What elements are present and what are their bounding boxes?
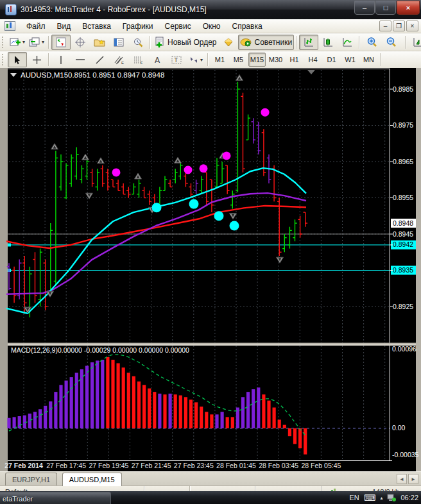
new-chart-button[interactable]: ▾ — [8, 35, 27, 50]
horizontal-line-button[interactable] — [71, 52, 90, 67]
crosshair-button[interactable] — [27, 52, 46, 67]
chart-tab-EURJPY,H1[interactable]: EURJPY,H1 — [5, 473, 57, 486]
macd-bar — [111, 360, 114, 428]
time-axis-label[interactable]: 27 Feb 23:45 — [174, 462, 214, 469]
navigator-button[interactable] — [90, 35, 109, 50]
text-label-button[interactable]: T — [167, 52, 186, 67]
macd-bar — [132, 376, 135, 428]
language-indicator[interactable]: EN — [349, 494, 359, 501]
panel-splitter[interactable] — [8, 343, 416, 346]
timeframe-button-M30[interactable]: M30 — [267, 53, 284, 67]
tab-scroll-left-icon[interactable]: ◄ — [397, 474, 407, 484]
macd-bar — [288, 428, 291, 436]
macd-bar — [117, 363, 120, 428]
macd-bar — [127, 373, 130, 428]
taskbar-clock[interactable]: 06:22 — [400, 494, 418, 501]
menu-item-Окно[interactable]: Окно — [197, 21, 227, 32]
macd-bar — [39, 409, 42, 428]
time-axis-label[interactable]: 27 Feb 19:45 — [89, 462, 128, 469]
vertical-line-button[interactable] — [51, 52, 71, 67]
macd-bar — [23, 416, 26, 428]
strategy-tester-button[interactable] — [128, 35, 148, 50]
menu-item-Сервис[interactable]: Сервис — [159, 21, 197, 32]
menu-item-Вид[interactable]: Вид — [51, 21, 77, 32]
cursor-button[interactable] — [8, 52, 27, 67]
mdi-minimize-button[interactable]: – — [379, 21, 391, 31]
window-title: 3014953: MetaTrader 4 - RoboForex - [AUD… — [21, 5, 207, 14]
line-chart-button[interactable] — [338, 35, 357, 50]
timeframe-button-H1[interactable]: H1 — [286, 53, 303, 67]
timeframe-button-D1[interactable]: D1 — [323, 53, 340, 67]
macd-bar — [33, 412, 37, 428]
profiles-button[interactable]: ▾ — [27, 35, 46, 50]
macd-bar — [169, 394, 172, 428]
timeframe-button-M15[interactable]: M15 — [248, 53, 266, 67]
macd-bar — [200, 407, 203, 428]
macd-bar — [142, 385, 146, 428]
chart-menu-icon[interactable] — [4, 21, 15, 31]
time-axis-label[interactable]: 27 Feb 21:45 — [132, 462, 171, 469]
menu-item-Файл[interactable]: Файл — [21, 21, 51, 32]
text-button[interactable]: A — [148, 52, 167, 67]
macd-bar — [54, 392, 57, 428]
macd-bar — [298, 428, 302, 448]
close-button[interactable]: × — [397, 1, 420, 15]
timeframe-button-M1[interactable]: M1 — [211, 53, 228, 67]
tray-network-icon[interactable] — [387, 494, 396, 501]
toolbar-grip[interactable] — [2, 37, 6, 48]
buy-signal-dot — [189, 199, 199, 209]
maximize-button[interactable]: □ — [375, 1, 396, 15]
timeframe-button-H4[interactable]: H4 — [304, 53, 322, 67]
bar-chart-button[interactable] — [299, 35, 318, 50]
tab-scroll-right-icon[interactable]: ► — [408, 474, 418, 484]
time-axis-label[interactable]: 28 Feb 01:45 — [216, 462, 256, 469]
menu-item-Вставка[interactable]: Вставка — [76, 21, 117, 32]
new-order-button[interactable]: Новый Ордер — [153, 35, 218, 50]
macd-bar — [96, 360, 99, 428]
macd-bar — [205, 412, 208, 428]
bid-price-box: 0.8948 — [393, 219, 413, 227]
zoom-in-button[interactable] — [362, 35, 381, 50]
indicators-button[interactable] — [408, 35, 421, 50]
expert-advisors-button[interactable]: Советники — [238, 35, 295, 50]
sell-signal-dot — [112, 168, 121, 176]
chart-tab-AUDUSD,M15[interactable]: AUDUSD,M15 — [62, 473, 122, 486]
price-tick-label: 0.8945 — [393, 230, 413, 238]
timeframe-button-W1[interactable]: W1 — [341, 53, 359, 67]
terminal-button[interactable] — [109, 35, 128, 50]
equidistant-channel-button[interactable]: E — [109, 52, 128, 67]
keyboard-icon[interactable]: ⌨ — [364, 493, 376, 503]
timeframe-button-M5[interactable]: M5 — [230, 53, 247, 67]
arrows-shapes-button[interactable]: ▾ — [186, 52, 205, 67]
chart-quote-values: 0.8951 0.8951 0.8947 0.8948 — [68, 71, 164, 79]
title-bar[interactable]: 3014953: MetaTrader 4 - RoboForex - [AUD… — [0, 0, 421, 19]
time-axis-label[interactable]: 27 Feb 2014 — [4, 462, 43, 469]
macd-indicator-values: 0.00000 -0.00029 0.00000 0.00000 0.00000 — [58, 346, 189, 354]
mdi-close-button[interactable]: × — [406, 21, 418, 31]
chart-canvas[interactable]: 0.89850.89750.89650.89550.89450.89250.89… — [0, 68, 421, 472]
time-axis-label[interactable]: 27 Feb 17:45 — [46, 462, 86, 469]
data-window-button[interactable] — [71, 35, 90, 50]
macd-bar — [80, 369, 83, 428]
minimize-button[interactable]: – — [354, 1, 375, 15]
trendline-button[interactable] — [90, 52, 109, 67]
taskbar-app-button[interactable]: etaTrader — [0, 492, 111, 504]
time-axis-label[interactable]: 28 Feb 03:45 — [259, 462, 298, 469]
tray-expand-icon[interactable]: ▴ — [380, 495, 382, 501]
toolbar-grip[interactable] — [2, 54, 6, 65]
macd-bar — [179, 396, 182, 428]
macd-bar — [122, 367, 125, 428]
market-watch-button[interactable] — [51, 35, 71, 50]
macd-bar — [106, 357, 109, 428]
metaeditor-button[interactable] — [219, 35, 238, 50]
fibonacci-button[interactable]: F — [128, 52, 148, 67]
menu-item-Справка[interactable]: Справка — [227, 21, 268, 32]
zoom-out-button[interactable] — [381, 35, 400, 50]
menu-item-Графики[interactable]: Графики — [117, 21, 159, 32]
candlestick-chart-button[interactable] — [318, 35, 338, 50]
timeframe-button-MN[interactable]: MN — [360, 53, 377, 67]
time-axis-label[interactable]: 28 Feb 05:45 — [301, 462, 341, 469]
macd-bar — [194, 402, 198, 428]
macd-indicator-label: MACD(12,26,9) — [11, 346, 58, 354]
mdi-restore-button[interactable]: ❐ — [393, 21, 405, 31]
